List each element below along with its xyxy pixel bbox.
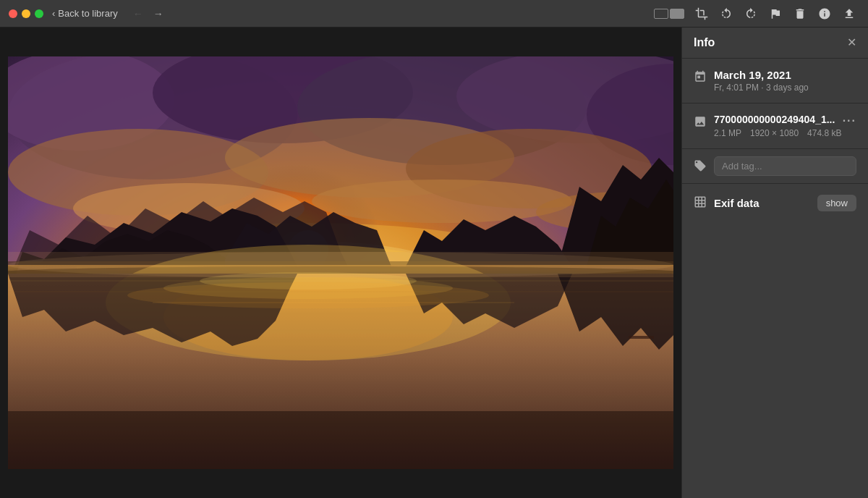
rotate-left-button[interactable] bbox=[716, 4, 736, 23]
tag-input[interactable] bbox=[714, 156, 856, 176]
crop-button[interactable] bbox=[692, 4, 712, 23]
rotate-right-button[interactable] bbox=[741, 4, 761, 23]
photo-container bbox=[0, 28, 681, 498]
photo-svg bbox=[8, 56, 673, 469]
info-icon bbox=[818, 7, 831, 20]
file-header-row: 770000000000249404_1... ··· bbox=[714, 114, 856, 128]
chevron-left-icon: ‹ bbox=[52, 8, 55, 19]
exif-label: Exif data bbox=[714, 197, 810, 209]
rotate-left-icon bbox=[720, 7, 733, 20]
toolbar-right bbox=[654, 4, 859, 23]
date-main: March 19, 2021 bbox=[714, 69, 809, 81]
delete-button[interactable] bbox=[790, 4, 810, 23]
main-content: Info ✕ March 19, 2021 Fr, 4:01 PM · 3 da… bbox=[0, 28, 868, 498]
flag-icon bbox=[769, 7, 782, 20]
back-label: Back to library bbox=[58, 8, 117, 19]
back-to-library-button[interactable]: ‹ Back to library bbox=[52, 8, 118, 19]
file-meta: 2.1 MP 1920 × 1080 474.8 kB bbox=[714, 128, 856, 138]
info-panel-header: Info ✕ bbox=[682, 28, 868, 59]
traffic-lights bbox=[9, 9, 43, 18]
titlebar: ‹ Back to library ← → bbox=[0, 0, 868, 28]
minimize-button[interactable] bbox=[22, 9, 30, 18]
navigation-arrows: ← → bbox=[129, 7, 167, 21]
info-button[interactable] bbox=[814, 4, 835, 23]
crop-icon bbox=[695, 7, 708, 20]
info-panel-title: Info bbox=[694, 36, 715, 49]
file-size: 474.8 kB bbox=[807, 128, 841, 138]
date-info: March 19, 2021 Fr, 4:01 PM · 3 days ago bbox=[714, 69, 809, 93]
svg-rect-45 bbox=[8, 56, 673, 469]
info-exif-section: Exif data show bbox=[682, 184, 868, 221]
nav-next-button[interactable]: → bbox=[150, 7, 167, 21]
image-icon bbox=[694, 115, 707, 131]
info-close-button[interactable]: ✕ bbox=[847, 37, 856, 48]
file-megapixels: 2.1 MP bbox=[714, 128, 741, 138]
date-sub: Fr, 4:01 PM · 3 days ago bbox=[714, 83, 809, 93]
rotate-right-icon bbox=[744, 7, 757, 20]
file-resolution: 1920 × 1080 bbox=[750, 128, 799, 138]
file-name: 770000000000249404_1... bbox=[714, 114, 843, 125]
file-info: 770000000000249404_1... ··· 2.1 MP 1920 … bbox=[714, 114, 856, 138]
info-tag-section bbox=[682, 149, 868, 184]
zoom-box-small bbox=[654, 9, 668, 19]
file-more-button[interactable]: ··· bbox=[843, 115, 856, 127]
zoom-box-large bbox=[670, 9, 684, 19]
trash-icon bbox=[793, 7, 807, 20]
calendar-icon bbox=[694, 70, 707, 86]
zoom-indicator[interactable] bbox=[654, 9, 684, 19]
exif-icon bbox=[694, 195, 707, 211]
image-viewer[interactable] bbox=[0, 28, 681, 498]
flag-button[interactable] bbox=[765, 4, 786, 23]
nav-prev-button[interactable]: ← bbox=[129, 7, 147, 21]
info-date-section: March 19, 2021 Fr, 4:01 PM · 3 days ago bbox=[682, 59, 868, 104]
close-button[interactable] bbox=[9, 9, 17, 18]
info-panel: Info ✕ March 19, 2021 Fr, 4:01 PM · 3 da… bbox=[681, 28, 868, 498]
tag-icon bbox=[694, 159, 707, 175]
landscape-photo bbox=[8, 56, 673, 469]
info-file-section: 770000000000249404_1... ··· 2.1 MP 1920 … bbox=[682, 104, 868, 149]
share-button[interactable] bbox=[839, 4, 859, 23]
maximize-button[interactable] bbox=[35, 9, 43, 18]
exif-show-button[interactable]: show bbox=[817, 195, 856, 211]
share-icon bbox=[843, 7, 856, 20]
